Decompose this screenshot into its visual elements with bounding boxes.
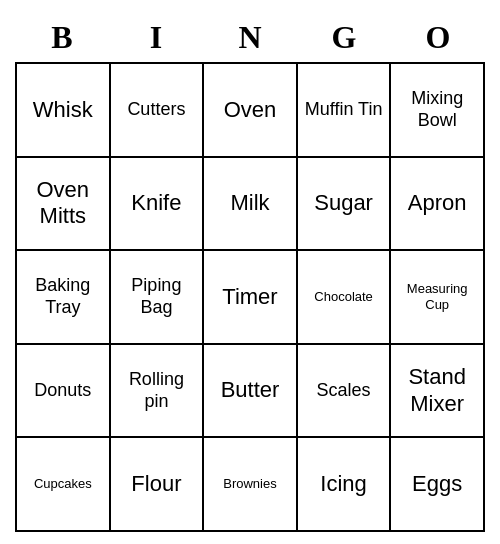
bingo-cell: Butter xyxy=(204,345,298,439)
bingo-cell: Stand Mixer xyxy=(391,345,485,439)
cell-text: Brownies xyxy=(223,476,276,492)
cell-text: Oven Mitts xyxy=(21,177,105,230)
header-letter: N xyxy=(203,12,297,62)
bingo-cell: Oven xyxy=(204,64,298,158)
cell-text: Piping Bag xyxy=(115,275,199,318)
cell-text: Measuring Cup xyxy=(395,281,479,312)
bingo-cell: Brownies xyxy=(204,438,298,532)
bingo-cell: Donuts xyxy=(17,345,111,439)
cell-text: Knife xyxy=(131,190,181,216)
cell-text: Donuts xyxy=(34,380,91,402)
bingo-cell: Apron xyxy=(391,158,485,252)
cell-text: Muffin Tin xyxy=(305,99,383,121)
bingo-cell: Cutters xyxy=(111,64,205,158)
cell-text: Icing xyxy=(320,471,366,497)
cell-text: Milk xyxy=(230,190,269,216)
cell-text: Whisk xyxy=(33,97,93,123)
cell-text: Eggs xyxy=(412,471,462,497)
bingo-cell: Flour xyxy=(111,438,205,532)
bingo-cell: Whisk xyxy=(17,64,111,158)
bingo-cell: Timer xyxy=(204,251,298,345)
bingo-grid: WhiskCuttersOvenMuffin TinMixing BowlOve… xyxy=(15,62,485,532)
header-letter: I xyxy=(109,12,203,62)
cell-text: Flour xyxy=(131,471,181,497)
cell-text: Rolling pin xyxy=(115,369,199,412)
bingo-cell: Mixing Bowl xyxy=(391,64,485,158)
bingo-header: BINGO xyxy=(15,12,485,62)
cell-text: Butter xyxy=(221,377,280,403)
cell-text: Timer xyxy=(222,284,277,310)
bingo-cell: Cupcakes xyxy=(17,438,111,532)
cell-text: Cutters xyxy=(127,99,185,121)
cell-text: Cupcakes xyxy=(34,476,92,492)
bingo-cell: Oven Mitts xyxy=(17,158,111,252)
cell-text: Apron xyxy=(408,190,467,216)
cell-text: Oven xyxy=(224,97,277,123)
bingo-cell: Knife xyxy=(111,158,205,252)
bingo-card: BINGO WhiskCuttersOvenMuffin TinMixing B… xyxy=(15,12,485,532)
bingo-cell: Baking Tray xyxy=(17,251,111,345)
bingo-cell: Eggs xyxy=(391,438,485,532)
cell-text: Mixing Bowl xyxy=(395,88,479,131)
cell-text: Scales xyxy=(317,380,371,402)
bingo-cell: Milk xyxy=(204,158,298,252)
header-letter: G xyxy=(297,12,391,62)
cell-text: Sugar xyxy=(314,190,373,216)
bingo-cell: Measuring Cup xyxy=(391,251,485,345)
cell-text: Stand Mixer xyxy=(395,364,479,417)
bingo-cell: Piping Bag xyxy=(111,251,205,345)
bingo-cell: Scales xyxy=(298,345,392,439)
header-letter: O xyxy=(391,12,485,62)
bingo-cell: Muffin Tin xyxy=(298,64,392,158)
bingo-cell: Sugar xyxy=(298,158,392,252)
header-letter: B xyxy=(15,12,109,62)
bingo-cell: Icing xyxy=(298,438,392,532)
bingo-cell: Rolling pin xyxy=(111,345,205,439)
bingo-cell: Chocolate xyxy=(298,251,392,345)
cell-text: Baking Tray xyxy=(21,275,105,318)
cell-text: Chocolate xyxy=(314,289,373,305)
